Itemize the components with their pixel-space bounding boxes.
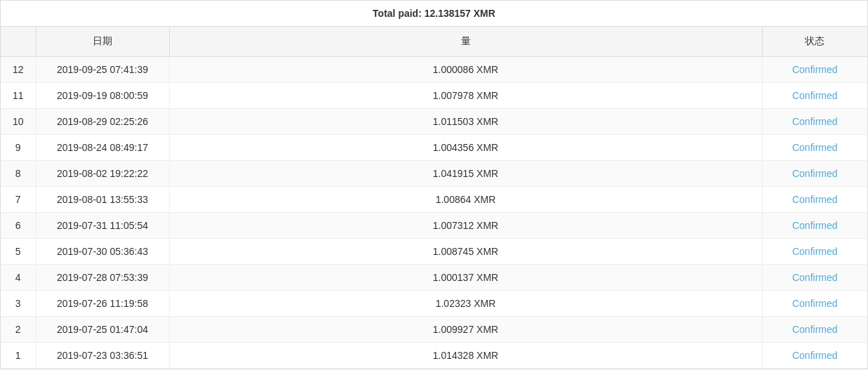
row-num: 2 [1,317,36,343]
table-row: 62019-07-31 11:05:541.007312 XMRConfirme… [1,213,867,239]
row-amount: 1.041915 XMR [169,161,762,187]
row-num: 3 [1,291,36,317]
row-date: 2019-07-23 03:36:51 [36,343,169,369]
row-date: 2019-08-29 02:25:26 [36,109,169,135]
row-num: 10 [1,109,36,135]
row-date: 2019-08-01 13:55:33 [36,187,169,213]
row-amount: 1.02323 XMR [169,291,762,317]
row-date: 2019-07-31 11:05:54 [36,213,169,239]
row-status: Confirmed [762,239,867,265]
confirmed-link[interactable]: Confirmed [792,324,838,335]
table-row: 22019-07-25 01:47:041.009927 XMRConfirme… [1,317,867,343]
confirmed-link[interactable]: Confirmed [792,142,838,153]
main-container: Total paid: 12.138157 XMR 日期 量 状态 122019… [0,0,868,369]
col-header-date: 日期 [36,27,169,57]
confirmed-link[interactable]: Confirmed [792,298,838,309]
row-amount: 1.000137 XMR [169,265,762,291]
table-row: 122019-09-25 07:41:391.000086 XMRConfirm… [1,57,867,83]
row-num: 12 [1,57,36,83]
confirmed-link[interactable]: Confirmed [792,194,838,205]
row-num: 1 [1,343,36,369]
row-date: 2019-07-30 05:36:43 [36,239,169,265]
row-num: 5 [1,239,36,265]
confirmed-link[interactable]: Confirmed [792,90,838,101]
row-num: 11 [1,83,36,109]
row-amount: 1.008745 XMR [169,239,762,265]
confirmed-link[interactable]: Confirmed [792,64,838,75]
row-amount: 1.004356 XMR [169,135,762,161]
row-status: Confirmed [762,83,867,109]
row-amount: 1.009927 XMR [169,317,762,343]
row-date: 2019-09-25 07:41:39 [36,57,169,83]
table-row: 12019-07-23 03:36:511.014328 XMRConfirme… [1,343,867,369]
transactions-table: 日期 量 状态 122019-09-25 07:41:391.000086 XM… [1,27,867,369]
row-status: Confirmed [762,317,867,343]
table-row: 82019-08-02 19:22:221.041915 XMRConfirme… [1,161,867,187]
row-num: 9 [1,135,36,161]
row-date: 2019-07-25 01:47:04 [36,317,169,343]
row-amount: 1.00864 XMR [169,187,762,213]
table-row: 52019-07-30 05:36:431.008745 XMRConfirme… [1,239,867,265]
table-row: 112019-09-19 08:00:591.007978 XMRConfirm… [1,83,867,109]
row-date: 2019-07-26 11:19:58 [36,291,169,317]
table-row: 72019-08-01 13:55:331.00864 XMRConfirmed [1,187,867,213]
row-status: Confirmed [762,213,867,239]
row-status: Confirmed [762,57,867,83]
row-status: Confirmed [762,109,867,135]
row-amount: 1.014328 XMR [169,343,762,369]
row-status: Confirmed [762,135,867,161]
row-status: Confirmed [762,343,867,369]
confirmed-link[interactable]: Confirmed [792,272,838,283]
table-row: 42019-07-28 07:53:391.000137 XMRConfirme… [1,265,867,291]
col-header-amount: 量 [169,27,762,57]
row-status: Confirmed [762,291,867,317]
table-row: 102019-08-29 02:25:261.011503 XMRConfirm… [1,109,867,135]
confirmed-link[interactable]: Confirmed [792,116,838,127]
row-date: 2019-08-24 08:49:17 [36,135,169,161]
row-num: 6 [1,213,36,239]
row-status: Confirmed [762,265,867,291]
row-date: 2019-08-02 19:22:22 [36,161,169,187]
row-status: Confirmed [762,161,867,187]
confirmed-link[interactable]: Confirmed [792,246,838,257]
col-header-num [1,27,36,57]
col-header-status: 状态 [762,27,867,57]
row-num: 8 [1,161,36,187]
row-num: 7 [1,187,36,213]
confirmed-link[interactable]: Confirmed [792,168,838,179]
row-amount: 1.007312 XMR [169,213,762,239]
row-amount: 1.000086 XMR [169,57,762,83]
row-date: 2019-07-28 07:53:39 [36,265,169,291]
confirmed-link[interactable]: Confirmed [792,350,838,361]
table-row: 32019-07-26 11:19:581.02323 XMRConfirmed [1,291,867,317]
confirmed-link[interactable]: Confirmed [792,220,838,231]
table-row: 92019-08-24 08:49:171.004356 XMRConfirme… [1,135,867,161]
row-num: 4 [1,265,36,291]
row-amount: 1.007978 XMR [169,83,762,109]
total-paid-bar: Total paid: 12.138157 XMR [1,0,867,27]
total-paid-label: Total paid: 12.138157 XMR [373,8,495,19]
row-status: Confirmed [762,187,867,213]
row-amount: 1.011503 XMR [169,109,762,135]
row-date: 2019-09-19 08:00:59 [36,83,169,109]
